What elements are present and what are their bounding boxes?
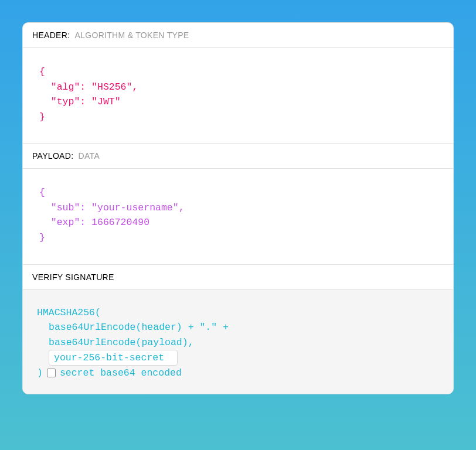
base64-checkbox[interactable] [47, 369, 56, 377]
jwt-decoder-card: HEADER: ALGORITHM & TOKEN TYPE { "alg": … [22, 22, 454, 394]
header-json-body[interactable]: { "alg": "HS256", "typ": "JWT" } [23, 48, 453, 144]
sig-close-paren: ) [37, 366, 43, 381]
payload-section-title: PAYLOAD: DATA [23, 144, 453, 169]
payload-json-content: { "sub": "your-username", "exp": 1666720… [39, 187, 185, 243]
payload-label: PAYLOAD: [32, 151, 73, 161]
signature-section-title: VERIFY SIGNATURE [23, 265, 453, 290]
signature-label: VERIFY SIGNATURE [32, 272, 114, 282]
header-section-title: HEADER: ALGORITHM & TOKEN TYPE [23, 23, 453, 48]
sig-line1: HMACSHA256( [37, 305, 441, 321]
header-label: HEADER: [32, 30, 70, 40]
sig-close-row: ) secret base64 encoded [37, 366, 441, 381]
signature-body: HMACSHA256(base64UrlEncode(header) + "."… [23, 290, 453, 394]
base64-checkbox-label: secret base64 encoded [60, 366, 182, 381]
sig-line3: base64UrlEncode(payload), [37, 335, 441, 350]
sig-line2: base64UrlEncode(header) + "." + [37, 320, 441, 335]
secret-input[interactable] [49, 350, 178, 366]
sig-secret-row [37, 350, 441, 366]
header-sublabel: ALGORITHM & TOKEN TYPE [75, 30, 189, 40]
payload-sublabel: DATA [79, 151, 100, 161]
header-json-content: { "alg": "HS256", "typ": "JWT" } [39, 66, 138, 122]
payload-json-body[interactable]: { "sub": "your-username", "exp": 1666720… [23, 169, 453, 264]
